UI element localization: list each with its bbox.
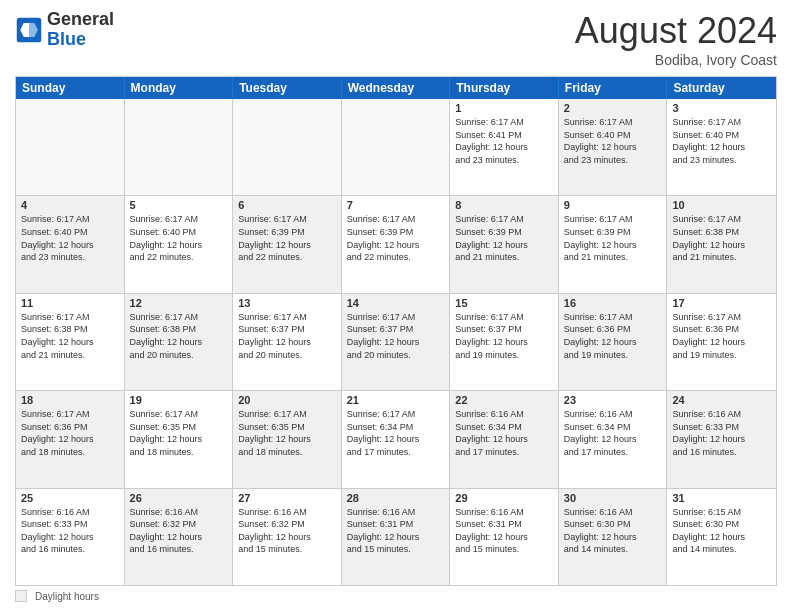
day-number: 9 [564, 199, 662, 211]
day-number: 5 [130, 199, 228, 211]
cell-info: Sunrise: 6:17 AM Sunset: 6:39 PM Dayligh… [347, 213, 445, 263]
calendar-cell: 26Sunrise: 6:16 AM Sunset: 6:32 PM Dayli… [125, 489, 234, 585]
calendar-cell: 13Sunrise: 6:17 AM Sunset: 6:37 PM Dayli… [233, 294, 342, 390]
cell-info: Sunrise: 6:17 AM Sunset: 6:39 PM Dayligh… [455, 213, 553, 263]
day-number: 12 [130, 297, 228, 309]
day-number: 6 [238, 199, 336, 211]
calendar-cell: 25Sunrise: 6:16 AM Sunset: 6:33 PM Dayli… [16, 489, 125, 585]
cell-info: Sunrise: 6:17 AM Sunset: 6:38 PM Dayligh… [672, 213, 771, 263]
cell-info: Sunrise: 6:17 AM Sunset: 6:40 PM Dayligh… [564, 116, 662, 166]
cell-info: Sunrise: 6:17 AM Sunset: 6:34 PM Dayligh… [347, 408, 445, 458]
calendar-cell: 11Sunrise: 6:17 AM Sunset: 6:38 PM Dayli… [16, 294, 125, 390]
calendar-header: SundayMondayTuesdayWednesdayThursdayFrid… [16, 77, 776, 99]
calendar-cell: 4Sunrise: 6:17 AM Sunset: 6:40 PM Daylig… [16, 196, 125, 292]
day-number: 19 [130, 394, 228, 406]
cell-info: Sunrise: 6:16 AM Sunset: 6:34 PM Dayligh… [455, 408, 553, 458]
day-number: 31 [672, 492, 771, 504]
cell-info: Sunrise: 6:16 AM Sunset: 6:30 PM Dayligh… [564, 506, 662, 556]
day-number: 22 [455, 394, 553, 406]
day-of-week-header: Friday [559, 77, 668, 99]
daylight-label: Daylight hours [35, 591, 99, 602]
calendar-cell: 9Sunrise: 6:17 AM Sunset: 6:39 PM Daylig… [559, 196, 668, 292]
day-of-week-header: Monday [125, 77, 234, 99]
calendar-row: 25Sunrise: 6:16 AM Sunset: 6:33 PM Dayli… [16, 489, 776, 585]
day-number: 16 [564, 297, 662, 309]
cell-info: Sunrise: 6:17 AM Sunset: 6:40 PM Dayligh… [21, 213, 119, 263]
day-number: 25 [21, 492, 119, 504]
cell-info: Sunrise: 6:16 AM Sunset: 6:32 PM Dayligh… [238, 506, 336, 556]
logo-icon [15, 16, 43, 44]
day-of-week-header: Wednesday [342, 77, 451, 99]
day-of-week-header: Saturday [667, 77, 776, 99]
logo: General Blue [15, 10, 114, 50]
cell-info: Sunrise: 6:17 AM Sunset: 6:36 PM Dayligh… [672, 311, 771, 361]
day-number: 10 [672, 199, 771, 211]
day-number: 7 [347, 199, 445, 211]
header: General Blue August 2024 Bodiba, Ivory C… [15, 10, 777, 68]
calendar-cell: 14Sunrise: 6:17 AM Sunset: 6:37 PM Dayli… [342, 294, 451, 390]
calendar-cell: 18Sunrise: 6:17 AM Sunset: 6:36 PM Dayli… [16, 391, 125, 487]
cell-info: Sunrise: 6:17 AM Sunset: 6:39 PM Dayligh… [238, 213, 336, 263]
calendar-cell: 2Sunrise: 6:17 AM Sunset: 6:40 PM Daylig… [559, 99, 668, 195]
footer: Daylight hours [15, 590, 777, 602]
day-number: 28 [347, 492, 445, 504]
calendar-cell: 15Sunrise: 6:17 AM Sunset: 6:37 PM Dayli… [450, 294, 559, 390]
cell-info: Sunrise: 6:16 AM Sunset: 6:31 PM Dayligh… [347, 506, 445, 556]
cell-info: Sunrise: 6:16 AM Sunset: 6:33 PM Dayligh… [672, 408, 771, 458]
logo-text: General Blue [47, 10, 114, 50]
calendar-cell: 12Sunrise: 6:17 AM Sunset: 6:38 PM Dayli… [125, 294, 234, 390]
cell-info: Sunrise: 6:16 AM Sunset: 6:33 PM Dayligh… [21, 506, 119, 556]
cell-info: Sunrise: 6:17 AM Sunset: 6:36 PM Dayligh… [564, 311, 662, 361]
day-number: 29 [455, 492, 553, 504]
calendar-cell: 31Sunrise: 6:15 AM Sunset: 6:30 PM Dayli… [667, 489, 776, 585]
calendar-cell: 10Sunrise: 6:17 AM Sunset: 6:38 PM Dayli… [667, 196, 776, 292]
calendar-cell: 8Sunrise: 6:17 AM Sunset: 6:39 PM Daylig… [450, 196, 559, 292]
cell-info: Sunrise: 6:17 AM Sunset: 6:41 PM Dayligh… [455, 116, 553, 166]
month-year: August 2024 [575, 10, 777, 52]
day-number: 17 [672, 297, 771, 309]
day-number: 15 [455, 297, 553, 309]
calendar-cell: 24Sunrise: 6:16 AM Sunset: 6:33 PM Dayli… [667, 391, 776, 487]
cell-info: Sunrise: 6:17 AM Sunset: 6:38 PM Dayligh… [21, 311, 119, 361]
day-number: 20 [238, 394, 336, 406]
title-block: August 2024 Bodiba, Ivory Coast [575, 10, 777, 68]
calendar-cell [342, 99, 451, 195]
calendar-cell: 30Sunrise: 6:16 AM Sunset: 6:30 PM Dayli… [559, 489, 668, 585]
day-number: 4 [21, 199, 119, 211]
cell-info: Sunrise: 6:17 AM Sunset: 6:38 PM Dayligh… [130, 311, 228, 361]
day-number: 11 [21, 297, 119, 309]
day-number: 23 [564, 394, 662, 406]
calendar-cell: 7Sunrise: 6:17 AM Sunset: 6:39 PM Daylig… [342, 196, 451, 292]
logo-general: General [47, 9, 114, 29]
cell-info: Sunrise: 6:15 AM Sunset: 6:30 PM Dayligh… [672, 506, 771, 556]
day-of-week-header: Thursday [450, 77, 559, 99]
cell-info: Sunrise: 6:17 AM Sunset: 6:37 PM Dayligh… [238, 311, 336, 361]
calendar-cell: 21Sunrise: 6:17 AM Sunset: 6:34 PM Dayli… [342, 391, 451, 487]
calendar-cell: 1Sunrise: 6:17 AM Sunset: 6:41 PM Daylig… [450, 99, 559, 195]
calendar-cell: 6Sunrise: 6:17 AM Sunset: 6:39 PM Daylig… [233, 196, 342, 292]
day-number: 14 [347, 297, 445, 309]
day-number: 1 [455, 102, 553, 114]
day-number: 26 [130, 492, 228, 504]
location: Bodiba, Ivory Coast [575, 52, 777, 68]
cell-info: Sunrise: 6:17 AM Sunset: 6:37 PM Dayligh… [347, 311, 445, 361]
logo-blue: Blue [47, 29, 86, 49]
day-number: 3 [672, 102, 771, 114]
calendar-cell: 19Sunrise: 6:17 AM Sunset: 6:35 PM Dayli… [125, 391, 234, 487]
cell-info: Sunrise: 6:17 AM Sunset: 6:39 PM Dayligh… [564, 213, 662, 263]
cell-info: Sunrise: 6:17 AM Sunset: 6:36 PM Dayligh… [21, 408, 119, 458]
calendar: SundayMondayTuesdayWednesdayThursdayFrid… [15, 76, 777, 586]
day-number: 8 [455, 199, 553, 211]
day-of-week-header: Sunday [16, 77, 125, 99]
calendar-row: 11Sunrise: 6:17 AM Sunset: 6:38 PM Dayli… [16, 294, 776, 391]
calendar-cell [16, 99, 125, 195]
cell-info: Sunrise: 6:17 AM Sunset: 6:35 PM Dayligh… [130, 408, 228, 458]
calendar-row: 18Sunrise: 6:17 AM Sunset: 6:36 PM Dayli… [16, 391, 776, 488]
day-number: 27 [238, 492, 336, 504]
cell-info: Sunrise: 6:17 AM Sunset: 6:40 PM Dayligh… [130, 213, 228, 263]
calendar-cell: 16Sunrise: 6:17 AM Sunset: 6:36 PM Dayli… [559, 294, 668, 390]
calendar-cell [233, 99, 342, 195]
calendar-cell: 23Sunrise: 6:16 AM Sunset: 6:34 PM Dayli… [559, 391, 668, 487]
daylight-swatch [15, 590, 27, 602]
calendar-cell: 5Sunrise: 6:17 AM Sunset: 6:40 PM Daylig… [125, 196, 234, 292]
